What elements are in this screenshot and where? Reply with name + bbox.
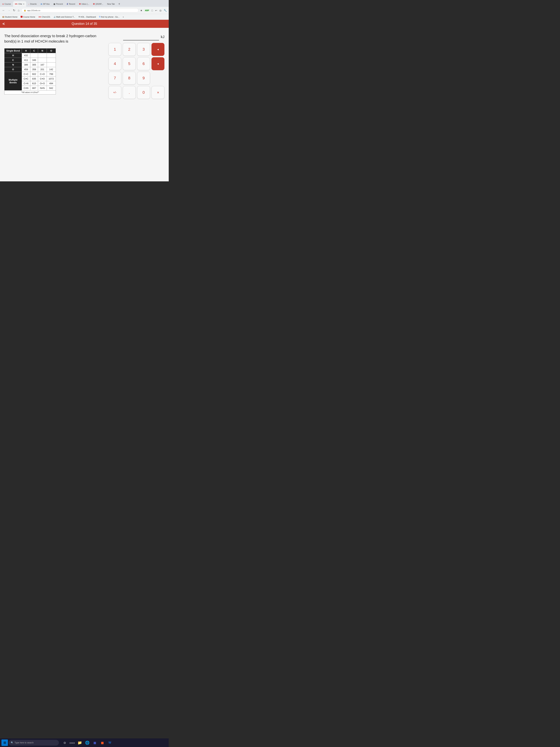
key-0[interactable]: 0 [137, 86, 150, 99]
val-cc-triple: 835 [30, 77, 38, 81]
tab-label-2020f: [2020F... [96, 3, 103, 5]
val-co-double: 799 [47, 72, 56, 77]
cell-h-h: 432 [22, 53, 30, 58]
browser-chrome: n Course 101 Che ✕ ↓ Downlo m M7 Ass ▦ P… [0, 0, 169, 20]
answer-input[interactable] [123, 33, 159, 41]
bookmark-chem101[interactable]: 101 Chem101 [38, 16, 51, 18]
calculator-keypad: 1 2 3 ◄ 4 5 6 ◄ 7 8 9 +/- . 0 ✕ [108, 43, 164, 99]
cell-h-o [47, 53, 56, 58]
back-button[interactable]: ← [1, 8, 6, 13]
key-8[interactable]: 8 [123, 72, 136, 84]
question-header: < Question 14 of 35 [0, 20, 169, 28]
tab-2020f[interactable]: M [2020F... [91, 1, 105, 7]
key-multiply[interactable]: ✕ [152, 86, 164, 99]
tab-label-inbox: Inbox (... [81, 3, 89, 5]
bookmark-math-science[interactable]: 🔬 Math and Science T... [53, 16, 76, 18]
col-h: H [22, 49, 30, 53]
question-section: The bond dissociation energy to break 2 … [4, 33, 105, 99]
cell-c-n [38, 58, 47, 62]
page-content: < Question 14 of 35 The bond dissociatio… [0, 20, 169, 181]
key-7[interactable]: 7 [108, 72, 121, 84]
row-header-n: N [4, 62, 22, 67]
table-row-multi-1: MultipleBonds C=C 602 C=O 799 [4, 72, 56, 77]
val-co-triple: 1072 [47, 77, 56, 81]
address-bar[interactable]: 🔒 app.101edu.co [21, 8, 139, 12]
key-5[interactable]: 5 [123, 57, 136, 70]
main-area: The bond dissociation energy to break 2 … [0, 28, 169, 103]
key-plus-minus[interactable]: +/- [108, 86, 121, 99]
back-nav-button[interactable]: < [2, 22, 5, 26]
bond-cc-double: C=C [22, 72, 30, 77]
key-1[interactable]: 1 [108, 43, 121, 56]
cell-c-c: 346 [30, 58, 38, 62]
val-nn-triple: 942 [47, 86, 56, 91]
tab-favicon-inbox: M [79, 3, 81, 5]
row-header-o: O [4, 67, 22, 72]
bond-table: Single Bond H C N O H 432 [4, 48, 56, 95]
bookmark-findphone-label: find my phone - Go... [101, 16, 119, 18]
tab-newtab[interactable]: New Tab [105, 1, 117, 7]
address-text: app.101edu.co [27, 9, 41, 11]
tab-downlo[interactable]: ↓ Downlo [27, 1, 38, 7]
cell-n-n: 167 [38, 62, 47, 67]
key-backspace-2[interactable]: ◄ [152, 57, 164, 70]
extension-icon-3[interactable]: ◎ [159, 8, 162, 12]
home-button[interactable]: ⌂ [17, 8, 20, 13]
key-4[interactable]: 4 [108, 57, 121, 70]
bond-co-double: C=O [38, 72, 47, 77]
new-tab-button[interactable]: + [117, 2, 122, 6]
val-oo-double: 494 [47, 81, 56, 86]
bookmark-hol[interactable]: ⚙ HOL - Dashboard [78, 16, 97, 18]
val-cn-double: 615 [30, 81, 38, 86]
bookmark-hol-label: HOL - Dashboard [81, 16, 96, 18]
key-9[interactable]: 9 [137, 72, 150, 84]
tab-recent[interactable]: E Recent [65, 1, 77, 7]
tab-label-percent: Percent [56, 3, 63, 5]
key-backspace-1[interactable]: ◄ [152, 43, 164, 56]
tab-course[interactable]: n Course [1, 1, 13, 7]
cell-c-o [47, 58, 56, 62]
nav-icons: ★ ABP □ ↩ ◎ 🔧 [140, 8, 167, 12]
bookmark-chem101-label: Chem101 [42, 16, 50, 18]
tab-favicon-m7ass: m [41, 3, 42, 5]
table-row-c: C 411 346 [4, 58, 56, 62]
key-decimal[interactable]: . [123, 86, 136, 99]
key-2[interactable]: 2 [123, 43, 136, 56]
reload-button[interactable]: ↻ [12, 8, 16, 13]
tab-m7ass[interactable]: m M7 Ass [39, 1, 51, 7]
tab-close-che[interactable]: ✕ [23, 3, 24, 5]
extension-icon-1[interactable]: □ [151, 8, 154, 12]
tab-label-newtab: New Tab [107, 3, 115, 5]
tab-percent[interactable]: ▦ Percent [52, 1, 64, 7]
question-text: The bond dissociation energy to break 2 … [4, 33, 105, 44]
student-home-icon: 🏫 [2, 16, 4, 18]
abp-icon[interactable]: ABP [144, 9, 150, 12]
extension-icon-2[interactable]: ↩ [155, 8, 158, 12]
cell-n-c: 305 [30, 62, 38, 67]
table-row-h: H 432 [4, 53, 56, 58]
tab-label-downlo: Downlo [30, 3, 37, 5]
bond-cc-triple: C≡C [22, 77, 30, 81]
col-n: N [38, 49, 47, 53]
bookmark-star-icon[interactable]: ★ [140, 8, 143, 12]
tab-che[interactable]: 101 Che ✕ [13, 1, 26, 7]
bookmark-student-home-label: Student Home [5, 16, 18, 18]
cell-o-o: 142 [47, 67, 56, 72]
chem101-icon: 101 [38, 16, 41, 18]
bookmark-course-home[interactable]: 🅿 Course Home [20, 16, 36, 18]
key-3[interactable]: 3 [137, 43, 150, 56]
tab-inbox[interactable]: M Inbox (... [77, 1, 91, 7]
bookmark-findphone[interactable]: G find my phone - Go... [98, 16, 120, 18]
extension-icon-4[interactable]: 🔧 [163, 8, 167, 12]
bookmark-course-home-label: Course Home [23, 16, 35, 18]
bookmark-more[interactable]: » [122, 16, 125, 18]
tab-label-recent: Recent [69, 3, 75, 5]
key-6[interactable]: 6 [137, 57, 150, 70]
col-c: C [30, 49, 38, 53]
bookmark-student-home[interactable]: 🏫 Student Home [1, 16, 18, 18]
bookmark-math-science-label: Math and Science T... [56, 16, 75, 18]
single-bond-header: Single Bond [4, 49, 22, 53]
answer-input-row: kJ [123, 33, 164, 41]
table-row-n: N 386 305 167 [4, 62, 56, 67]
forward-button[interactable]: → [7, 8, 11, 13]
